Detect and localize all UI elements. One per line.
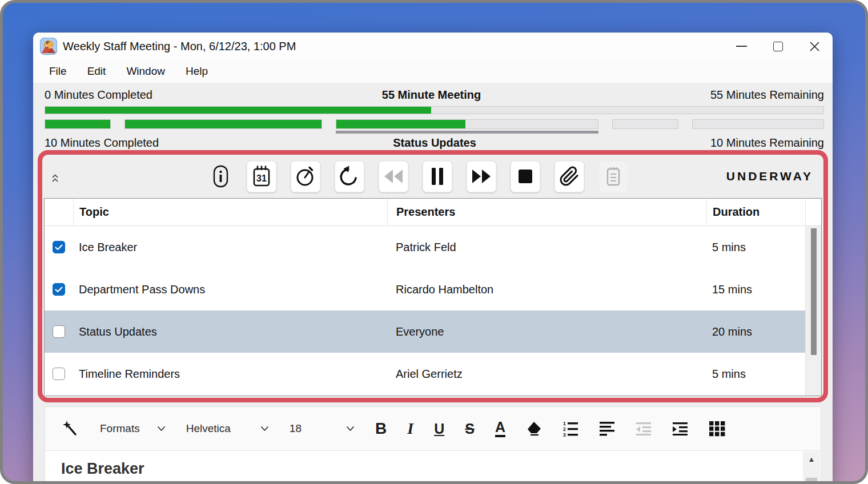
item-minutes-remaining-label: 10 Minutes Remaining: [710, 136, 824, 150]
pause-icon: [431, 167, 444, 185]
checkbox-checked[interactable]: [53, 241, 65, 253]
numbered-list-button[interactable]: 1 2 3: [562, 421, 578, 437]
stop-button[interactable]: [511, 161, 540, 192]
header-topic[interactable]: Topic: [73, 199, 387, 225]
menu-help[interactable]: Help: [178, 63, 216, 80]
window-title: Weekly Staff Meeting - Mon, 6/12/23, 1:0…: [63, 40, 296, 53]
row-checkbox-cell: [45, 283, 73, 296]
indent-icon: [672, 422, 688, 435]
chevron-down-icon: [346, 426, 355, 431]
progress-section: 0 Minutes Completed 55 Minute Meeting 55…: [33, 83, 833, 150]
font-size-dropdown[interactable]: 18: [290, 422, 355, 435]
magic-tool-button[interactable]: [62, 420, 79, 437]
editor-scrollbar[interactable]: ▲: [803, 451, 820, 484]
row-topic: Department Pass Downs: [73, 283, 387, 296]
menu-edit[interactable]: Edit: [79, 63, 114, 80]
transport-buttons: 31: [210, 161, 628, 192]
row-checkbox-cell: [45, 241, 73, 253]
strikethrough-button[interactable]: S: [465, 421, 475, 437]
agenda-segment: [612, 119, 678, 129]
row-presenter: Patrick Feld: [387, 241, 706, 254]
meeting-length-label: 55 Minute Meeting: [382, 88, 481, 102]
checkbox-checked[interactable]: [53, 283, 65, 296]
svg-text:2: 2: [563, 426, 566, 432]
table-insert-button[interactable]: [709, 421, 726, 437]
agenda-segment-fill: [336, 120, 466, 128]
align-button[interactable]: [599, 421, 615, 436]
editor-scrollbar-thumb[interactable]: [806, 478, 817, 484]
table-row[interactable]: Status UpdatesEveryone20 mins: [45, 310, 805, 353]
minutes-remaining-label: 55 Minutes Remaining: [710, 88, 824, 102]
info-button[interactable]: [210, 161, 232, 192]
table-row[interactable]: Ice BreakerPatrick Feld5 mins: [45, 226, 805, 268]
header-topic-label: Topic: [79, 205, 109, 219]
meeting-labels: 0 Minutes Completed 55 Minute Meeting 55…: [45, 88, 824, 104]
text-color-button[interactable]: A: [495, 420, 505, 437]
indent-button[interactable]: [672, 422, 688, 435]
check-icon: [55, 244, 63, 251]
reset-button[interactable]: [335, 161, 364, 192]
table-scrollbar-thumb[interactable]: [811, 228, 817, 355]
row-duration: 5 mins: [706, 241, 805, 254]
outdent-icon: [636, 422, 652, 435]
notes-button[interactable]: [598, 161, 628, 192]
numbered-list-icon: 1 2 3: [562, 421, 578, 437]
clear-format-button[interactable]: [526, 421, 542, 436]
editor-content[interactable]: Ice Breaker ▲: [45, 451, 821, 484]
title-bar: Weekly Staff Meeting - Mon, 6/12/23, 1:0…: [33, 33, 833, 60]
clipboard-icon: [605, 166, 622, 187]
rewind-button[interactable]: [379, 161, 408, 192]
checkbox-unchecked[interactable]: [53, 325, 65, 338]
checkbox-unchecked[interactable]: [53, 368, 65, 380]
agenda-segment: [45, 119, 111, 129]
eraser-icon: [526, 421, 542, 436]
font-family-label: Helvetica: [186, 422, 231, 435]
header-duration[interactable]: Duration: [706, 199, 805, 225]
reset-ccw-icon: [339, 166, 360, 187]
row-topic: Ice Breaker: [73, 241, 387, 254]
timer-button[interactable]: [291, 161, 320, 192]
row-checkbox-cell: [45, 368, 73, 380]
table-header: Topic Presenters Duration: [45, 199, 821, 226]
pause-button[interactable]: [423, 161, 452, 192]
stop-icon: [517, 168, 533, 184]
annotation-highlight-box: 31: [38, 150, 828, 402]
agenda-segment-fill: [45, 120, 110, 128]
agenda-segment: [336, 119, 598, 129]
menu-file[interactable]: File: [41, 63, 75, 80]
font-family-dropdown[interactable]: Helvetica: [186, 422, 269, 435]
italic-button[interactable]: I: [407, 420, 413, 438]
row-presenter: Ariel Gerrietz: [387, 368, 706, 381]
header-presenters-label: Presenters: [396, 205, 455, 219]
table-body: Ice BreakerPatrick Feld5 minsDepartment …: [45, 226, 821, 396]
current-item-name-label: Status Updates: [393, 136, 476, 150]
minimize-button[interactable]: [723, 33, 760, 60]
header-presenters[interactable]: Presenters: [387, 199, 706, 225]
svg-text:31: 31: [256, 174, 267, 183]
calendar-button[interactable]: 31: [247, 161, 276, 192]
maximize-icon: [773, 42, 783, 51]
collapse-chevrons-icon[interactable]: [51, 174, 59, 183]
row-duration: 20 mins: [706, 325, 805, 338]
table-row[interactable]: Timeline RemindersAriel Gerrietz5 mins: [45, 353, 805, 395]
maximize-button[interactable]: [760, 33, 796, 60]
bold-button[interactable]: B: [375, 420, 387, 438]
underline-button[interactable]: U: [434, 421, 444, 437]
row-duration: 5 mins: [706, 368, 805, 381]
formats-dropdown[interactable]: Formats: [100, 422, 166, 435]
row-presenter: Ricardo Hambelton: [387, 283, 706, 296]
close-button[interactable]: [796, 33, 833, 60]
check-icon: [55, 287, 63, 293]
fast-forward-button[interactable]: [467, 161, 496, 192]
table-row[interactable]: Department Pass DownsRicardo Hambelton15…: [45, 268, 805, 310]
chevron-down-icon: [260, 426, 269, 431]
outdent-button[interactable]: [636, 422, 652, 435]
header-duration-label: Duration: [713, 205, 760, 219]
desktop-background: Weekly Staff Meeting - Mon, 6/12/23, 1:0…: [0, 0, 868, 484]
window-controls: [723, 33, 833, 60]
attachment-button[interactable]: [554, 161, 584, 192]
menu-window[interactable]: Window: [118, 63, 173, 80]
row-checkbox-cell: [45, 325, 73, 338]
scroll-up-icon[interactable]: ▲: [803, 455, 820, 463]
table-scrollbar[interactable]: [805, 226, 821, 396]
